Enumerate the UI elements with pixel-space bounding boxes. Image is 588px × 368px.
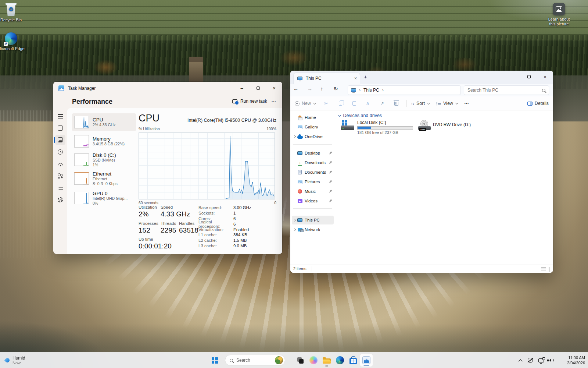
weather-drop-icon xyxy=(4,357,11,364)
task-manager-nav-rail xyxy=(53,95,67,254)
wallpaper-hill xyxy=(0,0,588,40)
minimize-button[interactable]: – xyxy=(234,82,250,94)
maximize-button[interactable] xyxy=(250,82,266,94)
desktop-icon-learn-about-picture[interactable]: Learn about this picture xyxy=(545,3,573,26)
view-button[interactable]: View xyxy=(437,99,457,108)
address-bar[interactable]: › This PC › xyxy=(348,85,461,95)
explorer-tab-this-pc[interactable]: This PC × xyxy=(293,72,360,84)
drive-local-disk-c[interactable]: Local Disk (C:) 181 GB free of 237 GB xyxy=(341,120,417,137)
nav-details-button[interactable] xyxy=(55,183,65,193)
refresh-button[interactable]: ↻ xyxy=(334,86,343,95)
tray-do-not-disturb[interactable] xyxy=(528,352,533,368)
copilot-button[interactable] xyxy=(307,354,320,367)
nav-services-button[interactable] xyxy=(55,195,65,205)
forward-button[interactable]: → xyxy=(307,86,316,95)
desktop-icon-recycle-bin[interactable]: ♻ Recycle Bin xyxy=(0,3,25,22)
edge-button[interactable] xyxy=(333,354,347,367)
microsoft-store-icon xyxy=(349,358,357,364)
taskbar-clock[interactable]: 11:00 AM 2/04/2026 xyxy=(567,355,585,365)
nav-users-button[interactable] xyxy=(55,170,65,181)
breadcrumb[interactable]: This PC xyxy=(363,88,379,93)
chevron-up-icon xyxy=(518,359,522,363)
services-icon xyxy=(58,197,63,202)
run-new-task-button[interactable]: Run new task xyxy=(232,99,267,104)
sort-arrows-icon: ↑↓ xyxy=(411,101,414,106)
folder-icon xyxy=(323,357,331,364)
close-button[interactable]: × xyxy=(266,82,282,94)
sidebar-item-music[interactable]: ♪ Music xyxy=(292,187,334,196)
pictures-icon xyxy=(298,180,302,184)
sidebar-item-this-pc[interactable]: This PC xyxy=(292,216,334,224)
sidebar-item-desktop[interactable]: Desktop xyxy=(292,149,334,158)
sidebar-item-onedrive[interactable]: OneDrive xyxy=(292,132,334,141)
nav-startup-apps-button[interactable] xyxy=(55,159,65,169)
nav-app-history-button[interactable] xyxy=(55,147,65,157)
nav-performance-button[interactable] xyxy=(55,135,65,145)
sidebar-item-network[interactable]: Network xyxy=(292,225,334,234)
paste-button[interactable] xyxy=(350,99,359,108)
sort-button[interactable]: ↑↓ Sort xyxy=(411,99,429,108)
perf-card-ethernet[interactable]: Ethernet Ethernet S: 0 R: 0 Kbps xyxy=(72,170,136,187)
new-button[interactable]: New xyxy=(295,99,315,108)
large-icons-view-toggle[interactable] xyxy=(549,267,549,272)
sidebar-item-gallery[interactable]: Gallery xyxy=(292,123,334,131)
task-manager-button[interactable] xyxy=(360,354,373,367)
axis-label-60s: 60 seconds xyxy=(139,201,158,205)
taskbar-search[interactable]: Search xyxy=(225,355,285,366)
sidebar-item-pictures[interactable]: Pictures xyxy=(292,177,334,186)
stat-label: Speed xyxy=(161,205,173,209)
sidebar-item-videos[interactable]: ▶ Videos xyxy=(292,197,334,205)
back-button[interactable]: ← xyxy=(293,86,302,95)
tray-network[interactable] xyxy=(538,352,544,368)
store-button[interactable] xyxy=(347,354,360,367)
stat-label: Processes xyxy=(139,221,158,226)
maximize-icon xyxy=(257,86,260,90)
details-pane-icon xyxy=(527,102,533,106)
maximize-button[interactable] xyxy=(521,71,537,82)
trash-icon xyxy=(394,102,398,106)
details-pane-button[interactable]: Details xyxy=(527,99,549,108)
share-button[interactable]: ↗ xyxy=(378,99,387,108)
tray-show-hidden-icons[interactable] xyxy=(519,352,522,368)
more-options-button[interactable]: ••• xyxy=(272,100,276,104)
file-explorer-button[interactable] xyxy=(320,354,333,367)
nav-processes-button[interactable] xyxy=(55,123,65,133)
details-list-icon xyxy=(58,186,63,190)
tab-close-icon[interactable]: × xyxy=(354,76,357,81)
group-header-devices-and-drives[interactable]: Devices and drives xyxy=(338,113,382,118)
copy-button[interactable] xyxy=(336,99,345,108)
tray-volume[interactable] xyxy=(547,352,553,368)
axis-label-0: 0 xyxy=(274,201,276,205)
pin-icon xyxy=(328,170,333,174)
perf-card-memory[interactable]: Memory 3.4/15.8 GB (22%) xyxy=(72,132,136,150)
drive-dvd-rw-d[interactable]: DVD DVD RW Drive (D:) xyxy=(418,120,484,137)
toolbar-divider xyxy=(406,100,407,107)
sidebar-item-documents[interactable]: Documents xyxy=(292,168,334,177)
up-button[interactable]: ↑ xyxy=(320,86,329,95)
rename-button[interactable]: A xyxy=(364,99,373,108)
run-new-task-icon xyxy=(232,99,237,103)
close-button[interactable]: × xyxy=(537,71,553,82)
weather-widget[interactable]: Humid Now xyxy=(2,353,28,367)
perf-card-cpu[interactable]: CPU 2% 4.33 GHz xyxy=(72,113,136,131)
minimize-button[interactable]: – xyxy=(505,71,521,82)
paste-icon xyxy=(352,101,356,106)
start-button[interactable] xyxy=(208,354,221,367)
delete-button[interactable] xyxy=(392,99,401,108)
new-tab-button[interactable]: + xyxy=(364,74,367,80)
sidebar-item-home[interactable]: Home xyxy=(292,113,334,122)
desktop-icon xyxy=(297,151,302,155)
cut-button[interactable]: ✂ xyxy=(322,99,331,108)
copy-icon xyxy=(339,102,342,106)
perf-card-gpu[interactable]: GPU 0 Intel(R) UHD Grap... 0% xyxy=(72,189,136,207)
axis-label-100: 100% xyxy=(266,127,276,131)
more-options-button[interactable]: ••• xyxy=(462,99,471,108)
nav-menu-button[interactable] xyxy=(55,111,65,121)
perf-card-disk[interactable]: Disk 0 (C:) SSD (NVMe) 1% xyxy=(72,151,136,169)
search-input[interactable]: Search This PC xyxy=(464,85,549,95)
task-view-button[interactable] xyxy=(294,354,307,367)
explorer-sidebar: Home Gallery OneDrive Desktop ↓ Download… xyxy=(290,110,335,265)
desktop-icon-microsoft-edge[interactable]: ↗ Microsoft Edge xyxy=(0,32,25,51)
ellipsis-icon: ••• xyxy=(465,102,469,105)
sidebar-item-downloads[interactable]: ↓ Downloads xyxy=(292,158,334,167)
